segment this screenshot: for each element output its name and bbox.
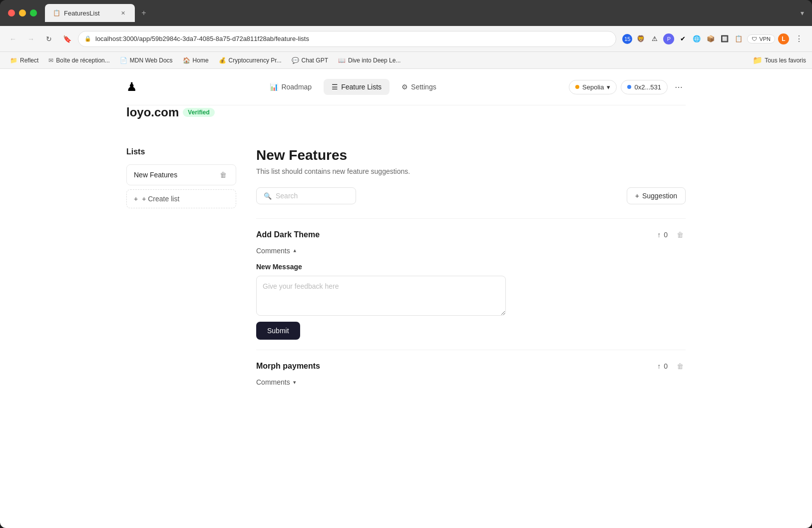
tab-close-button[interactable]: ✕	[119, 9, 127, 17]
feature-panel-description: This list should contains new feature su…	[256, 167, 686, 175]
extension-badge[interactable]: 15	[622, 34, 632, 44]
roadmap-icon: 📊	[270, 83, 278, 91]
comments-toggle[interactable]: Comments ▾	[256, 247, 686, 255]
bookmark-home[interactable]: 🏠 Home	[179, 55, 213, 66]
feature-item-header: Morph payments ↑ 0 🗑	[256, 360, 686, 372]
close-button[interactable]	[8, 9, 15, 16]
ext-icon-4[interactable]: ✔	[677, 33, 688, 44]
bookmark-button[interactable]: 🔖	[60, 32, 74, 46]
feature-item-name: Add Dark Theme	[256, 230, 320, 239]
new-message-label: New Message	[256, 263, 686, 271]
feature-panel-title: New Features	[256, 147, 686, 163]
minimize-button[interactable]	[19, 9, 26, 16]
list-item-new-features[interactable]: New Features 🗑	[126, 164, 236, 185]
settings-icon: ⚙	[402, 83, 408, 91]
feature-lists-icon: ☰	[332, 83, 338, 91]
delete-feature-button[interactable]: 🗑	[675, 360, 686, 372]
tab-title: FeaturesList	[64, 9, 100, 17]
feature-item-actions: ↑ 0 🗑	[654, 360, 686, 372]
vote-count: 0	[664, 362, 668, 370]
chevron-down-icon: ▾	[293, 248, 296, 254]
bookmark-inbox[interactable]: ✉ Boîte de réception...	[44, 55, 113, 66]
more-options-button[interactable]: ⋯	[672, 80, 686, 94]
upvote-icon: ↑	[657, 362, 661, 370]
nav-roadmap[interactable]: 📊 Roadmap	[262, 79, 320, 95]
browser-window: 📋 FeaturesList ✕ + ▾ ← → ↻ 🔖 🔒 localhost…	[0, 0, 812, 528]
feedback-textarea[interactable]	[256, 276, 506, 316]
search-actions-row: 🔍 + Suggestion	[256, 187, 686, 204]
app-header: ♟ 📊 Roadmap ☰ Feature Lists ⚙ Settings	[126, 69, 686, 105]
ext-icon-2[interactable]: ⚠	[649, 33, 660, 44]
chevron-down-icon: ▾	[607, 83, 610, 91]
url-lock-icon: 🔒	[84, 35, 91, 42]
network-selector[interactable]: Sepolia ▾	[569, 80, 617, 94]
suggestion-button[interactable]: + Suggestion	[627, 187, 686, 204]
app-navigation: 📊 Roadmap ☰ Feature Lists ⚙ Settings	[262, 79, 444, 95]
feature-item-name: Morph payments	[256, 362, 320, 371]
all-favorites-label: 📁 Tous les favoris	[753, 55, 806, 65]
new-tab-button[interactable]: +	[137, 6, 151, 20]
tabs-dropdown-button[interactable]: ▾	[801, 9, 804, 17]
comments-toggle[interactable]: Comments ▾	[256, 378, 686, 386]
bookmark-reflect[interactable]: 📁 Reflect	[6, 55, 42, 66]
sidebar: Lists New Features 🗑 + + Create list	[126, 147, 236, 415]
upvote-icon: ↑	[657, 231, 661, 239]
search-box[interactable]: 🔍	[256, 187, 356, 204]
url-bar[interactable]: 🔒 localhost:3000/app/59b2984c-3da7-4085-…	[78, 31, 616, 47]
bookmark-label: Home	[193, 57, 209, 64]
back-button[interactable]: ←	[6, 32, 20, 46]
nav-roadmap-label: Roadmap	[281, 83, 312, 91]
wallet-label: 0x2...531	[634, 83, 661, 91]
main-content: Lists New Features 🗑 + + Create list New…	[126, 131, 686, 431]
crypto-icon: 💰	[219, 57, 226, 64]
network-label: Sepolia	[582, 83, 604, 91]
nav-feature-lists[interactable]: ☰ Feature Lists	[324, 79, 390, 95]
bookmark-mdn[interactable]: 📄 MDN Web Docs	[116, 55, 177, 66]
vote-count: 0	[664, 231, 668, 239]
delete-list-icon[interactable]: 🗑	[218, 170, 229, 180]
profile-icon[interactable]: L	[778, 33, 789, 44]
app-logo: ♟	[126, 80, 137, 94]
vote-button[interactable]: ↑ 0	[654, 229, 671, 241]
bookmark-label: MDN Web Docs	[130, 57, 173, 64]
sidebar-title: Lists	[126, 147, 236, 156]
search-icon: 🔍	[264, 192, 272, 200]
create-list-button[interactable]: + + Create list	[126, 189, 236, 208]
search-input[interactable]	[276, 192, 349, 200]
bookmark-crypto[interactable]: 💰 Cryptocurrency Pr...	[215, 55, 286, 66]
vote-button[interactable]: ↑ 0	[654, 360, 671, 372]
browser-menu-button[interactable]: ⋮	[792, 32, 806, 46]
app-container: ♟ 📊 Roadmap ☰ Feature Lists ⚙ Settings	[106, 69, 706, 431]
wallet-dot	[627, 85, 631, 89]
submit-button[interactable]: Submit	[256, 322, 300, 340]
folder-icon: 📁	[10, 57, 17, 64]
ext-icon-3[interactable]: P	[663, 33, 674, 44]
plus-icon: +	[134, 195, 138, 203]
tab-favicon: 📋	[53, 9, 60, 16]
ext-icon-7[interactable]: 🔲	[719, 33, 730, 44]
bookmark-label: Chat GPT	[302, 57, 328, 64]
book-icon: 📖	[338, 57, 346, 64]
new-message-section: New Message Submit	[256, 263, 686, 340]
extensions-area: 15 🦁 ⚠ P ✔ 🌐 📦 🔲 📋 🛡 VPN L ⋮	[622, 32, 806, 46]
forward-button[interactable]: →	[24, 32, 38, 46]
bookmark-chatgpt[interactable]: 💬 Chat GPT	[288, 55, 332, 66]
feature-item-morph-payments: Morph payments ↑ 0 🗑 Comments	[256, 350, 686, 404]
window-controls	[8, 9, 37, 16]
wallet-address[interactable]: 0x2...531	[621, 80, 668, 94]
maximize-button[interactable]	[30, 9, 37, 16]
nav-feature-lists-label: Feature Lists	[341, 83, 382, 91]
delete-feature-button[interactable]: 🗑	[675, 229, 686, 241]
home-icon: 🏠	[183, 57, 190, 64]
favorites-label: Tous les favoris	[765, 57, 806, 64]
title-bar: 📋 FeaturesList ✕ + ▾	[0, 0, 812, 26]
ext-icon-5[interactable]: 🌐	[691, 33, 702, 44]
bookmark-deeple[interactable]: 📖 Dive into Deep Le...	[334, 55, 405, 66]
vpn-badge[interactable]: 🛡 VPN	[747, 34, 775, 43]
active-tab[interactable]: 📋 FeaturesList ✕	[45, 4, 135, 22]
ext-icon-8[interactable]: 📋	[733, 33, 744, 44]
ext-icon-6[interactable]: 📦	[705, 33, 716, 44]
refresh-button[interactable]: ↻	[42, 32, 56, 46]
nav-settings[interactable]: ⚙ Settings	[394, 79, 444, 95]
ext-icon-1[interactable]: 🦁	[635, 33, 646, 44]
